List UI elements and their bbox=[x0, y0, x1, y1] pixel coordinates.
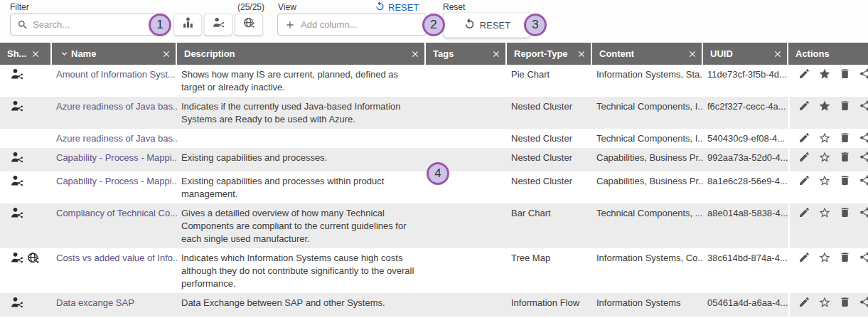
report-type: Information Flow bbox=[507, 293, 592, 317]
column-header-label: Sh... bbox=[7, 48, 26, 59]
edit-icon[interactable] bbox=[798, 174, 810, 186]
favorite-icon[interactable] bbox=[818, 68, 831, 80]
search-icon bbox=[17, 19, 28, 31]
delete-icon[interactable] bbox=[839, 68, 851, 80]
row-actions bbox=[788, 203, 868, 248]
delete-icon[interactable] bbox=[839, 100, 851, 112]
reset-button[interactable]: RESET bbox=[444, 12, 530, 38]
person-share-icon bbox=[10, 296, 24, 314]
share-icon[interactable] bbox=[859, 174, 868, 186]
edit-icon[interactable] bbox=[798, 251, 810, 263]
annotation-circle-2: 2 bbox=[422, 14, 445, 36]
delete-icon[interactable] bbox=[839, 174, 851, 186]
table-row[interactable]: Costs vs added value of Info...Indicates… bbox=[0, 248, 868, 293]
remove-column-icon[interactable] bbox=[491, 49, 501, 59]
column-header-tags[interactable]: Tags bbox=[426, 43, 507, 65]
edit-icon[interactable] bbox=[798, 296, 810, 308]
favorite-icon[interactable] bbox=[818, 296, 831, 309]
person-share-icon bbox=[212, 16, 225, 33]
report-name-link[interactable]: Azure readiness of Java bas... bbox=[52, 129, 177, 148]
undo-icon bbox=[375, 1, 385, 14]
remove-column-icon[interactable] bbox=[161, 49, 171, 59]
report-type: Nested Cluster bbox=[507, 171, 592, 203]
column-header-name[interactable]: Name bbox=[52, 43, 177, 65]
delete-icon[interactable] bbox=[839, 151, 851, 163]
favorite-icon[interactable] bbox=[818, 251, 831, 264]
table-row[interactable]: Azure readiness of Java bas...Indicates … bbox=[0, 97, 868, 129]
remove-column-icon[interactable] bbox=[31, 49, 41, 59]
reset-button-label: RESET bbox=[480, 20, 510, 31]
delete-icon[interactable] bbox=[839, 132, 851, 144]
report-type: Tree Map bbox=[507, 248, 592, 293]
report-description: Existing capabilities and processes. bbox=[177, 148, 426, 171]
report-name-link[interactable]: Costs vs added value of Info... bbox=[52, 248, 177, 293]
share-icon[interactable] bbox=[859, 206, 868, 218]
filter-person-share-button[interactable] bbox=[204, 14, 232, 36]
row-actions bbox=[788, 293, 868, 317]
edit-icon[interactable] bbox=[798, 132, 810, 144]
share-icon[interactable] bbox=[859, 251, 868, 263]
delete-icon[interactable] bbox=[839, 296, 851, 308]
remove-column-icon[interactable] bbox=[577, 49, 586, 59]
delete-icon[interactable] bbox=[839, 206, 851, 218]
share-icon[interactable] bbox=[859, 68, 868, 80]
column-header-uuid[interactable]: UUID bbox=[703, 43, 788, 65]
column-header-actions[interactable]: Actions bbox=[788, 43, 868, 65]
search-input[interactable] bbox=[33, 19, 166, 30]
remove-column-icon[interactable] bbox=[687, 49, 697, 59]
annotation-circle-1: 1 bbox=[149, 14, 171, 36]
favorite-icon[interactable] bbox=[818, 206, 831, 219]
filter-org-chart-button[interactable] bbox=[173, 14, 202, 36]
report-name-link[interactable]: Capability - Process - Mappi... bbox=[52, 148, 177, 171]
view-reset-link[interactable]: RESET bbox=[375, 1, 419, 14]
edit-icon[interactable] bbox=[798, 68, 810, 80]
report-type: Pie Chart bbox=[507, 65, 592, 97]
table-row[interactable]: Azure readiness of Java bas...Nested Clu… bbox=[0, 129, 868, 148]
column-header-label: Name bbox=[71, 48, 96, 59]
table-row[interactable]: Amount of Information Syst...Shows how m… bbox=[0, 65, 868, 97]
report-content: Information Systems bbox=[592, 293, 703, 317]
edit-icon[interactable] bbox=[798, 151, 810, 163]
column-header-sh[interactable]: Sh... bbox=[0, 43, 52, 65]
report-type: Nested Cluster bbox=[507, 129, 592, 148]
report-name-link[interactable]: Capability - Process - Mappi... bbox=[52, 171, 177, 203]
column-header-label: Actions bbox=[795, 48, 830, 59]
favorite-icon[interactable] bbox=[818, 151, 831, 164]
report-content: Information Systems, Sta... bbox=[592, 65, 703, 97]
add-column-input[interactable] bbox=[301, 19, 426, 30]
view-reset-label: RESET bbox=[388, 2, 419, 13]
org-chart-icon bbox=[181, 16, 195, 33]
edit-icon[interactable] bbox=[798, 100, 810, 112]
report-content: Technical Components, I... bbox=[592, 129, 703, 148]
share-icon[interactable] bbox=[859, 132, 868, 144]
share-icon[interactable] bbox=[859, 100, 868, 112]
edit-icon[interactable] bbox=[798, 206, 810, 218]
column-header-label: UUID bbox=[710, 48, 733, 59]
share-icon[interactable] bbox=[859, 151, 868, 163]
remove-column-icon[interactable] bbox=[773, 49, 783, 59]
column-header-type[interactable]: Report-Type bbox=[507, 43, 592, 65]
sort-descending-icon[interactable] bbox=[59, 48, 70, 59]
column-header-desc[interactable]: Description bbox=[177, 43, 426, 65]
shared-status-cell bbox=[0, 129, 52, 148]
report-description: Data Exchange between SAP and other Syst… bbox=[177, 293, 426, 317]
row-actions bbox=[788, 97, 868, 129]
column-header-label: Description bbox=[184, 48, 235, 59]
favorite-icon[interactable] bbox=[818, 132, 831, 144]
filter-globe-share-button[interactable] bbox=[235, 14, 263, 36]
person-share-icon bbox=[10, 151, 24, 169]
favorite-icon[interactable] bbox=[818, 174, 831, 187]
add-column-dropdown[interactable] bbox=[277, 14, 427, 36]
report-name-link[interactable]: Amount of Information Syst... bbox=[52, 65, 177, 97]
report-uuid: 8a1e6c28-56e9-4... bbox=[703, 171, 788, 203]
table-row[interactable]: Compliancy of Technical Co...Gives a det… bbox=[0, 203, 868, 248]
report-name-link[interactable]: Data excange SAP bbox=[52, 293, 177, 317]
report-name-link[interactable]: Azure readiness of Java bas... bbox=[52, 97, 177, 129]
share-icon[interactable] bbox=[859, 296, 868, 308]
column-header-content[interactable]: Content bbox=[592, 43, 703, 65]
delete-icon[interactable] bbox=[839, 251, 851, 263]
report-name-link[interactable]: Compliancy of Technical Co... bbox=[52, 203, 177, 248]
remove-column-icon[interactable] bbox=[410, 49, 420, 59]
table-row[interactable]: Data excange SAPData Exchange between SA… bbox=[0, 293, 868, 317]
favorite-icon[interactable] bbox=[818, 100, 831, 112]
